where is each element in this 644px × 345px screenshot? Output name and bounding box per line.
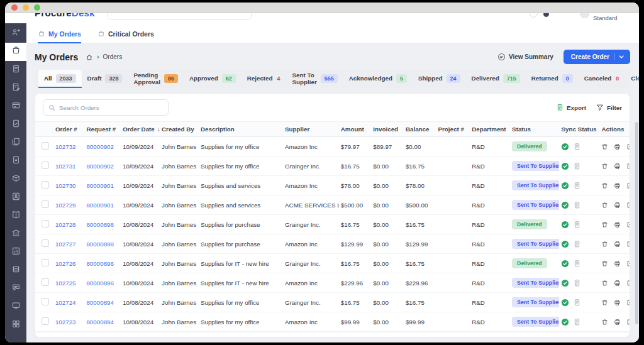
sidebar-item-inventory[interactable] — [5, 170, 26, 189]
export-order-icon[interactable] — [626, 182, 630, 189]
print-icon[interactable] — [614, 241, 621, 248]
row-checkbox[interactable] — [42, 181, 49, 189]
status-tab-shipped[interactable]: Shipped 24 — [413, 70, 466, 88]
sidebar-item-apps[interactable] — [5, 316, 26, 334]
status-tab-returned[interactable]: Returned 0 — [526, 70, 579, 88]
export-order-icon[interactable] — [626, 221, 630, 228]
view-summary-button[interactable]: View Summary — [497, 53, 553, 61]
export-order-icon[interactable] — [626, 299, 630, 306]
delete-icon[interactable] — [601, 163, 608, 170]
sidebar-item-documents[interactable] — [5, 134, 26, 152]
help-icon[interactable] — [530, 13, 538, 18]
export-order-icon[interactable] — [626, 202, 630, 209]
delete-icon[interactable] — [601, 260, 608, 267]
home-icon[interactable] — [86, 53, 93, 61]
status-tab-closed[interactable]: Closed 216 — [625, 70, 639, 88]
delete-icon[interactable] — [601, 182, 608, 189]
delete-icon[interactable] — [601, 221, 608, 228]
sidebar-item-reports[interactable] — [5, 243, 26, 261]
order-number-link[interactable]: 102728 — [55, 221, 76, 228]
status-tab-approved[interactable]: Approved 62 — [184, 70, 242, 88]
delete-icon[interactable] — [601, 241, 608, 248]
minimize-window-button[interactable] — [23, 4, 29, 11]
tab-critical-orders[interactable]: Critical Orders — [97, 30, 154, 43]
row-checkbox[interactable] — [42, 142, 49, 150]
row-checkbox[interactable] — [42, 200, 49, 208]
status-tab-pending-approval[interactable]: Pending Approval 86 — [128, 70, 183, 88]
request-number-link[interactable]: 80000902 — [86, 143, 114, 150]
sidebar-item-user-requests[interactable] — [5, 25, 26, 43]
status-tab-all[interactable]: All 2033 — [38, 70, 82, 88]
sidebar-item-payments[interactable] — [5, 97, 26, 116]
row-checkbox[interactable] — [42, 220, 49, 227]
request-number-link[interactable]: 80000901 — [86, 182, 114, 189]
row-checkbox[interactable] — [42, 239, 49, 247]
global-search-input[interactable] — [107, 13, 252, 20]
export-order-icon[interactable] — [626, 319, 630, 326]
delete-icon[interactable] — [601, 143, 608, 150]
request-number-link[interactable]: 80000901 — [86, 202, 114, 209]
order-number-link[interactable]: 102724 — [55, 299, 76, 306]
status-tab-canceled[interactable]: Canceled 0 — [579, 70, 626, 88]
request-number-link[interactable]: 80000898 — [86, 241, 114, 248]
request-number-link[interactable]: 80000896 — [86, 260, 114, 267]
export-order-icon[interactable] — [626, 163, 630, 170]
request-number-link[interactable]: 80000894 — [86, 319, 114, 326]
sort-desc-icon[interactable]: ↓ — [157, 126, 160, 133]
sidebar-item-catalogs[interactable] — [5, 207, 26, 225]
print-icon[interactable] — [614, 202, 621, 209]
sidebar-item-budgets[interactable] — [5, 261, 26, 280]
order-number-link[interactable]: 102726 — [55, 260, 76, 267]
print-icon[interactable] — [614, 299, 621, 306]
scrollbar-thumb[interactable] — [635, 122, 638, 324]
print-icon[interactable] — [614, 260, 621, 267]
request-number-link[interactable]: 80000894 — [86, 299, 114, 306]
status-tab-draft[interactable]: Draft 328 — [82, 70, 128, 88]
avatar[interactable] — [580, 13, 589, 18]
order-number-link[interactable]: 102732 — [55, 143, 76, 150]
row-checkbox[interactable] — [42, 298, 49, 305]
status-tab-delivered[interactable]: Delivered 715 — [466, 70, 526, 88]
row-checkbox[interactable] — [42, 278, 49, 286]
sidebar-item-integrations[interactable] — [5, 298, 26, 316]
export-order-icon[interactable] — [626, 260, 630, 267]
export-order-icon[interactable] — [626, 241, 630, 248]
print-icon[interactable] — [614, 163, 621, 170]
export-order-icon[interactable] — [626, 143, 630, 150]
sidebar-item-invoices[interactable] — [5, 79, 26, 97]
row-checkbox[interactable] — [42, 317, 49, 325]
status-tab-rejected[interactable]: Rejected 4 — [242, 70, 287, 88]
delete-icon[interactable] — [601, 202, 608, 209]
close-window-button[interactable] — [11, 4, 18, 11]
print-icon[interactable] — [614, 182, 621, 189]
tab-my-orders[interactable]: My Orders — [38, 30, 81, 43]
zoom-window-button[interactable] — [34, 4, 40, 11]
print-icon[interactable] — [614, 143, 621, 150]
filter-button[interactable]: Filter — [596, 104, 622, 111]
delete-icon[interactable] — [601, 319, 608, 326]
request-number-link[interactable]: 80000898 — [86, 221, 114, 228]
sidebar-item-approvals[interactable] — [5, 116, 26, 134]
sidebar-item-requisitions[interactable] — [5, 61, 26, 79]
create-order-button[interactable]: Create Order — [564, 50, 630, 64]
request-number-link[interactable]: 80000896 — [86, 280, 114, 287]
status-tab-sent-to-supplier[interactable]: Sent To Supplier 555 — [287, 70, 343, 88]
delete-icon[interactable] — [601, 280, 608, 287]
request-number-link[interactable]: 80000902 — [86, 163, 114, 170]
export-button[interactable]: Export — [557, 104, 586, 111]
order-number-link[interactable]: 102727 — [55, 241, 76, 248]
row-checkbox[interactable] — [42, 259, 49, 266]
print-icon[interactable] — [614, 280, 621, 287]
order-number-link[interactable]: 102729 — [55, 202, 76, 209]
row-checkbox[interactable] — [42, 162, 49, 169]
status-tab-acknowledged[interactable]: Acknowledged 5 — [343, 70, 413, 88]
export-order-icon[interactable] — [626, 280, 630, 287]
order-number-link[interactable]: 102723 — [55, 319, 76, 326]
order-number-link[interactable]: 102731 — [55, 163, 76, 170]
notifications-icon[interactable] — [543, 13, 549, 17]
search-orders-input[interactable] — [59, 104, 163, 111]
sidebar-item-suppliers[interactable] — [5, 189, 26, 207]
delete-icon[interactable] — [601, 299, 608, 306]
print-icon[interactable] — [614, 221, 621, 228]
sidebar-item-orders[interactable] — [5, 43, 26, 61]
